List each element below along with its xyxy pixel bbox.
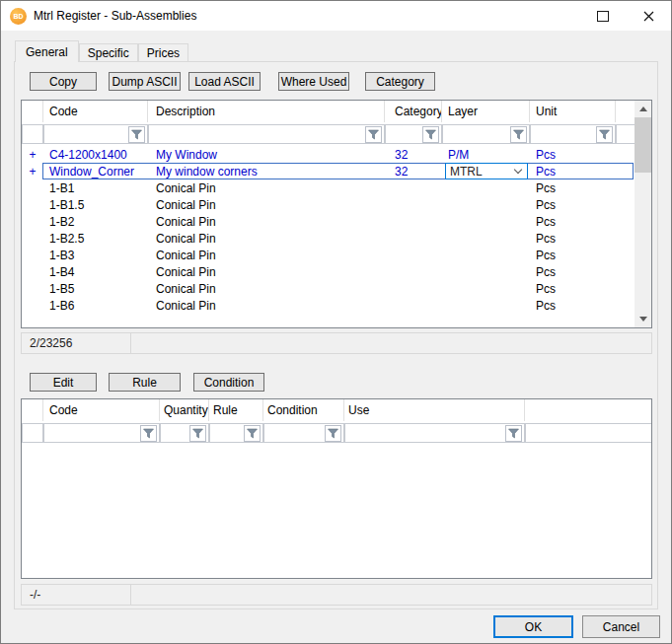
filter-condition[interactable] bbox=[263, 423, 344, 443]
cell-layer[interactable] bbox=[442, 179, 530, 196]
cell-category[interactable] bbox=[385, 196, 442, 213]
cell-code[interactable]: 1-B1.5 bbox=[43, 196, 148, 213]
cell-code[interactable]: C4-1200x1400 bbox=[43, 146, 148, 163]
cell-unit[interactable]: Pcs bbox=[530, 230, 616, 247]
filter-unit[interactable] bbox=[530, 124, 616, 144]
cell-description[interactable]: My window corners bbox=[148, 163, 385, 179]
cell-description[interactable]: Conical Pin bbox=[148, 179, 385, 196]
row-expand-marker[interactable]: + bbox=[22, 163, 43, 179]
cell-code[interactable]: 1-B2 bbox=[43, 213, 148, 230]
filter-quantity[interactable] bbox=[160, 423, 209, 443]
cell-category[interactable] bbox=[385, 263, 442, 280]
copy-button[interactable]: Copy bbox=[30, 72, 97, 91]
category-button[interactable]: Category bbox=[365, 72, 435, 91]
cell-description[interactable]: Conical Pin bbox=[148, 247, 385, 263]
load-ascii-button[interactable]: Load ASCII bbox=[188, 72, 261, 91]
cell-code[interactable]: 1-B5 bbox=[43, 280, 148, 297]
filter-rule[interactable] bbox=[209, 423, 263, 443]
cell-layer[interactable] bbox=[442, 297, 530, 314]
cell-layer[interactable] bbox=[442, 213, 530, 230]
filter-code[interactable] bbox=[43, 423, 160, 443]
cell-category[interactable] bbox=[385, 213, 442, 230]
scrollbar-thumb[interactable] bbox=[635, 117, 651, 173]
layer-combobox[interactable]: MTRL bbox=[445, 163, 528, 179]
cell-description[interactable]: Conical Pin bbox=[148, 263, 385, 280]
cell-unit[interactable]: Pcs bbox=[530, 297, 616, 314]
tab-specific[interactable]: Specific bbox=[79, 43, 138, 61]
cell-code[interactable]: 1-B6 bbox=[43, 297, 148, 314]
detail-record-count: -/- bbox=[30, 588, 40, 602]
condition-button[interactable]: Condition bbox=[193, 373, 264, 392]
filter-icon[interactable] bbox=[189, 425, 206, 442]
scroll-down-button[interactable] bbox=[635, 311, 651, 327]
cell-unit[interactable]: Pcs bbox=[530, 263, 616, 280]
cell-code[interactable]: Window_Corner bbox=[43, 163, 148, 179]
filter-category[interactable] bbox=[385, 124, 442, 144]
cell-description[interactable]: Conical Pin bbox=[148, 230, 385, 247]
cell-category[interactable] bbox=[385, 297, 442, 314]
cell-description[interactable]: Conical Pin bbox=[148, 196, 385, 213]
tab-prices[interactable]: Prices bbox=[138, 43, 188, 61]
filter-icon[interactable] bbox=[422, 126, 439, 143]
dump-ascii-button[interactable]: Dump ASCII bbox=[109, 72, 181, 91]
cell-unit[interactable]: Pcs bbox=[530, 163, 616, 179]
where-used-button[interactable]: Where Used bbox=[278, 72, 349, 91]
cell-code[interactable]: 1-B4 bbox=[43, 263, 148, 280]
cell-description[interactable]: My Window bbox=[148, 146, 385, 163]
tab-specific-label: Specific bbox=[88, 46, 129, 60]
scrollbar-track[interactable] bbox=[635, 117, 651, 311]
filter-code[interactable] bbox=[43, 124, 148, 144]
tab-panel-general: Copy Dump ASCII Load ASCII Where Used Ca… bbox=[14, 61, 658, 609]
title-bar[interactable]: BD Mtrl Register - Sub-Assemblies bbox=[1, 1, 671, 31]
cell-description[interactable]: Conical Pin bbox=[148, 297, 385, 314]
cell-category[interactable] bbox=[385, 179, 442, 196]
cancel-button[interactable]: Cancel bbox=[582, 615, 660, 638]
cell-description[interactable]: Conical Pin bbox=[148, 280, 385, 297]
statusbar-divider bbox=[130, 333, 131, 353]
cell-layer[interactable] bbox=[442, 230, 530, 247]
cell-unit[interactable]: Pcs bbox=[530, 213, 616, 230]
scroll-up-button[interactable] bbox=[635, 101, 651, 117]
cell-unit[interactable]: Pcs bbox=[530, 247, 616, 263]
maximize-button[interactable] bbox=[580, 1, 626, 31]
cell-layer[interactable] bbox=[442, 196, 530, 213]
detail-grid-empty-body[interactable] bbox=[22, 445, 651, 578]
rule-button[interactable]: Rule bbox=[109, 373, 181, 392]
close-button[interactable] bbox=[626, 1, 671, 31]
filter-description[interactable] bbox=[148, 124, 385, 144]
filter-icon[interactable] bbox=[596, 126, 613, 143]
cell-category[interactable] bbox=[385, 230, 442, 247]
cell-description[interactable]: Conical Pin bbox=[148, 213, 385, 230]
ok-button[interactable]: OK bbox=[493, 615, 573, 638]
filter-icon[interactable] bbox=[325, 425, 341, 442]
cell-unit[interactable]: Pcs bbox=[530, 146, 616, 163]
filter-icon[interactable] bbox=[140, 425, 157, 442]
filter-icon[interactable] bbox=[128, 126, 145, 143]
cell-unit[interactable]: Pcs bbox=[530, 179, 616, 196]
filter-icon[interactable] bbox=[510, 126, 527, 143]
cell-layer[interactable] bbox=[442, 247, 530, 263]
cell-layer[interactable] bbox=[442, 280, 530, 297]
header-use: Use bbox=[344, 399, 525, 421]
cell-layer[interactable] bbox=[442, 263, 530, 280]
filter-icon[interactable] bbox=[365, 126, 382, 143]
cell-category[interactable]: 32 bbox=[385, 163, 442, 179]
cell-layer: MTRL bbox=[442, 163, 530, 179]
cell-layer[interactable]: P/M bbox=[442, 146, 530, 163]
edit-button[interactable]: Edit bbox=[30, 373, 97, 392]
row-expand-marker[interactable]: + bbox=[22, 146, 43, 163]
cell-category[interactable] bbox=[385, 280, 442, 297]
cell-unit[interactable]: Pcs bbox=[530, 280, 616, 297]
filter-icon[interactable] bbox=[505, 425, 522, 442]
filter-layer[interactable] bbox=[442, 124, 530, 144]
vertical-scrollbar[interactable] bbox=[635, 101, 651, 327]
cell-unit[interactable]: Pcs bbox=[530, 196, 616, 213]
cell-code[interactable]: 1-B2.5 bbox=[43, 230, 148, 247]
filter-icon[interactable] bbox=[244, 425, 261, 442]
filter-use[interactable] bbox=[344, 423, 525, 443]
cell-code[interactable]: 1-B3 bbox=[43, 247, 148, 263]
cell-category[interactable] bbox=[385, 247, 442, 263]
cell-code[interactable]: 1-B1 bbox=[43, 179, 148, 196]
cell-category[interactable]: 32 bbox=[385, 146, 442, 163]
tab-general[interactable]: General bbox=[15, 40, 79, 62]
